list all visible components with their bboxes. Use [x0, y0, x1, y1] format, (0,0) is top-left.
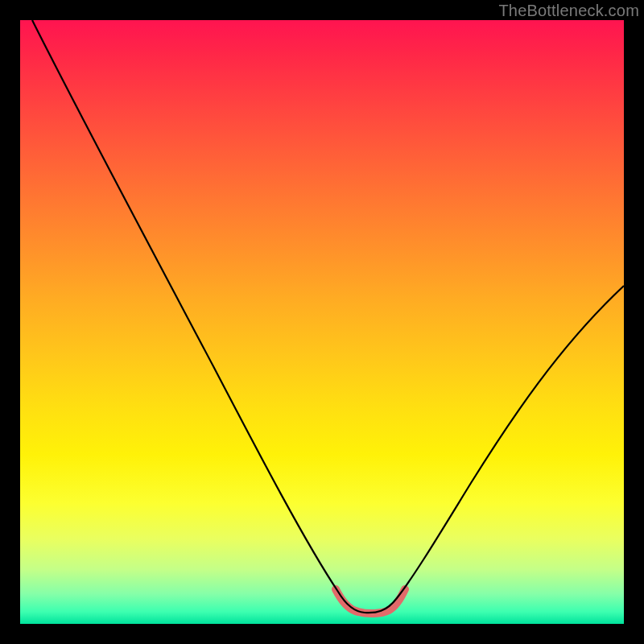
chart-frame: TheBottleneck.com: [0, 0, 644, 644]
curve-layer: [20, 20, 624, 624]
bottleneck-curve: [32, 20, 624, 613]
plot-area: [20, 20, 624, 624]
watermark-text: TheBottleneck.com: [498, 2, 639, 20]
